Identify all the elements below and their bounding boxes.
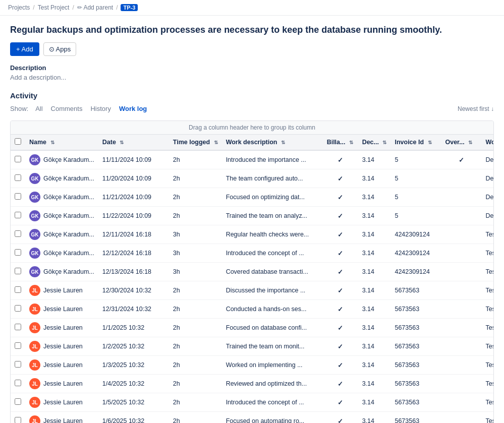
row-checkbox[interactable] (15, 380, 21, 386)
row-checkbox[interactable] (15, 174, 21, 181)
row-checkbox-cell[interactable] (11, 375, 25, 393)
filter-comments[interactable]: Comments (48, 104, 86, 113)
table-row: GK Gökçe Karadum... 11/20/2024 10:09 2h … (11, 169, 493, 188)
table-row: GK Gökçe Karadum... 12/12/2024 16:18 3h … (11, 244, 493, 263)
row-billa: ✓ (323, 356, 358, 375)
sort-icon-date: ⇅ (120, 140, 124, 145)
table-row: JL Jessie Lauren 12/31/2024 10:32 2h Con… (11, 300, 493, 319)
row-checkbox-cell[interactable] (11, 150, 25, 169)
row-work: Development (481, 207, 493, 225)
row-checkbox[interactable] (15, 286, 21, 293)
row-name: JL Jessie Lauren (25, 300, 98, 319)
row-work: Test (481, 356, 493, 375)
row-desc: Covered database transacti... (222, 263, 323, 281)
row-over (441, 300, 481, 319)
row-time: 2h (169, 356, 222, 375)
row-time: 2h (169, 393, 222, 412)
row-checkbox-cell[interactable] (11, 300, 25, 319)
col-header-dec[interactable]: Dec... ⇅ (358, 135, 391, 150)
col-header-invoice[interactable]: Invoice Id ⇅ (390, 135, 441, 150)
col-header-time[interactable]: Time logged ⇅ (169, 135, 222, 150)
row-over (441, 281, 481, 300)
row-name: JL Jessie Lauren (25, 337, 98, 356)
row-checkbox-cell[interactable] (11, 169, 25, 188)
activity-header: Activity (10, 91, 494, 100)
row-date: 1/2/2025 10:32 (98, 337, 169, 356)
row-over (441, 244, 481, 263)
row-checkbox[interactable] (15, 249, 21, 256)
filter-worklog[interactable]: Work log (116, 104, 150, 113)
row-time: 2h (169, 375, 222, 393)
row-desc: Regular health checks were... (222, 225, 323, 244)
col-header-work[interactable]: Work ... ⇅ (481, 135, 493, 150)
table-row: JL Jessie Lauren 1/5/2025 10:32 2h Intro… (11, 393, 493, 412)
row-checkbox-cell[interactable] (11, 393, 25, 412)
avatar: JL (29, 322, 40, 333)
row-over (441, 412, 481, 423)
row-work: Development (481, 188, 493, 207)
row-checkbox[interactable] (15, 193, 21, 200)
breadcrumb-add-parent[interactable]: ✏ Add parent (77, 4, 113, 11)
row-checkbox[interactable] (15, 361, 21, 368)
row-desc: Reviewed and optimized th... (222, 375, 323, 393)
row-checkbox[interactable] (15, 212, 21, 218)
row-checkbox[interactable] (15, 398, 21, 405)
col-header-billa[interactable]: Billa... ⇅ (323, 135, 358, 150)
row-checkbox[interactable] (15, 268, 21, 274)
select-all-header[interactable] (11, 135, 25, 150)
table-scroll-area[interactable]: Name ⇅ Date ⇅ Time logged ⇅ Work descrip… (11, 135, 493, 423)
row-checkbox[interactable] (15, 324, 21, 330)
row-over (441, 319, 481, 337)
row-checkbox-cell[interactable] (11, 188, 25, 207)
description-placeholder[interactable]: Add a description... (10, 74, 494, 81)
table-row: JL Jessie Lauren 1/6/2025 10:32 2h Focus… (11, 412, 493, 423)
row-checkbox-cell[interactable] (11, 263, 25, 281)
row-dec: 3.14 (358, 337, 391, 356)
row-name: GK Gökçe Karadum... (25, 263, 98, 281)
row-checkbox-cell[interactable] (11, 356, 25, 375)
row-checkbox-cell[interactable] (11, 244, 25, 263)
row-billa: ✓ (323, 150, 358, 169)
row-desc: Focused on database confi... (222, 319, 323, 337)
sort-icon-over: ⇅ (468, 140, 472, 145)
row-checkbox-cell[interactable] (11, 225, 25, 244)
select-all-checkbox[interactable] (15, 138, 21, 145)
table-row: GK Gökçe Karadum... 12/11/2024 16:18 3h … (11, 225, 493, 244)
row-checkbox-cell[interactable] (11, 412, 25, 423)
apps-button[interactable]: ⊙ Apps (43, 42, 77, 56)
row-invoice: 4242309124 (390, 244, 441, 263)
breadcrumb-projects[interactable]: Projects (8, 4, 30, 11)
filter-all[interactable]: All (32, 104, 45, 113)
newest-first-label[interactable]: Newest first ↓ (458, 105, 494, 112)
row-checkbox-cell[interactable] (11, 207, 25, 225)
row-checkbox-cell[interactable] (11, 319, 25, 337)
row-desc: The team configured auto... (222, 169, 323, 188)
row-name: GK Gökçe Karadum... (25, 188, 98, 207)
row-work: Test (481, 263, 493, 281)
row-checkbox-cell[interactable] (11, 281, 25, 300)
row-checkbox[interactable] (15, 417, 21, 423)
col-header-desc[interactable]: Work description ⇅ (222, 135, 323, 150)
row-checkbox[interactable] (15, 342, 21, 349)
row-checkbox[interactable] (15, 230, 21, 237)
row-checkbox[interactable] (15, 305, 21, 312)
row-checkbox-cell[interactable] (11, 337, 25, 356)
col-header-over[interactable]: Over... ⇅ (441, 135, 481, 150)
add-button[interactable]: + Add (10, 42, 39, 56)
page-title: Regular backups and optimization process… (10, 24, 494, 36)
row-billa: ✓ (323, 412, 358, 423)
col-header-name[interactable]: Name ⇅ (25, 135, 98, 150)
row-dec: 3.14 (358, 225, 391, 244)
row-date: 11/22/2024 10:09 (98, 207, 169, 225)
col-header-date[interactable]: Date ⇅ (98, 135, 169, 150)
row-time: 2h (169, 300, 222, 319)
breadcrumb-test-project[interactable]: Test Project (38, 4, 70, 11)
table-row: GK Gökçe Karadum... 11/22/2024 10:09 2h … (11, 207, 493, 225)
row-work: Development (481, 150, 493, 169)
row-desc: Introduced the concept of ... (222, 244, 323, 263)
row-name: JL Jessie Lauren (25, 412, 98, 423)
filter-history[interactable]: History (87, 104, 114, 113)
row-checkbox[interactable] (15, 156, 21, 162)
row-time: 2h (169, 412, 222, 423)
table-row: GK Gökçe Karadum... 11/11/2024 10:09 2h … (11, 150, 493, 169)
